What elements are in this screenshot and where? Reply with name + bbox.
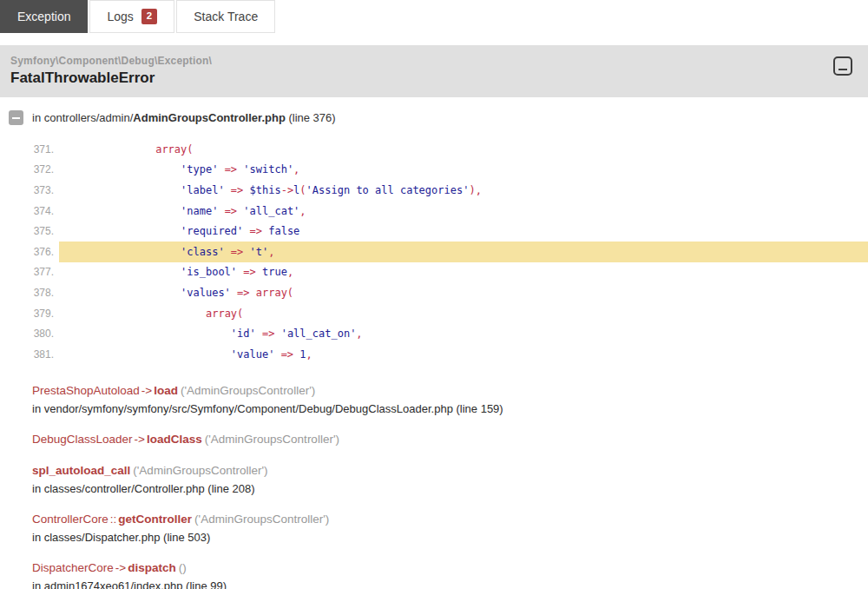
- code-indent: [68, 266, 181, 278]
- code-token: 'all_cat_on': [281, 328, 357, 340]
- code-token: l: [293, 184, 299, 196]
- code-token: 'value': [231, 348, 275, 361]
- frame-file-name: DebugClassLoader.php: [335, 402, 453, 415]
- code-text: 'required' => false: [59, 221, 868, 242]
- frame-class: PrestaShopAutoload: [32, 384, 140, 397]
- code-token: =>: [256, 328, 281, 340]
- code-token: 'all_cat': [243, 205, 299, 217]
- line-number: 374.: [9, 205, 54, 217]
- code-indent: [68, 246, 181, 258]
- frame-icon-column: [9, 463, 32, 496]
- frame-arguments: ('AdminGroupsController'): [181, 384, 315, 397]
- frame-path-prefix: in classes/controller/: [32, 482, 135, 495]
- code-token: =>: [243, 225, 268, 237]
- tab-exception[interactable]: Exception: [0, 0, 88, 33]
- trace-file-path: in controllers/admin/AdminGroupsControll…: [32, 111, 336, 124]
- code-line: 371. array(: [9, 139, 868, 160]
- tab-label: Logs: [107, 10, 133, 23]
- code-token: =>: [218, 163, 243, 175]
- line-number: 376.: [9, 246, 54, 258]
- tab-stack-trace[interactable]: Stack Trace: [176, 0, 275, 33]
- code-token: 'type': [181, 163, 218, 175]
- stack-frame: spl_autoload_call('AdminGroupsController…: [9, 463, 868, 496]
- frame-class: ControllerCore: [32, 513, 108, 526]
- code-token: 'is_bool': [181, 266, 237, 278]
- frame-operator: ->: [135, 433, 145, 446]
- code-indent: [68, 348, 231, 361]
- frame-operator: ->: [115, 561, 126, 574]
- exception-body: in controllers/admin/AdminGroupsControll…: [0, 97, 868, 589]
- code-token: false: [268, 225, 299, 237]
- frame-call[interactable]: DebugClassLoader->loadClass('AdminGroups…: [32, 432, 339, 447]
- code-token: =>: [231, 287, 256, 299]
- code-text: 'is_bool' => true,: [59, 262, 868, 283]
- frame-arguments: ('AdminGroupsController'): [133, 464, 267, 477]
- code-text: array(: [59, 303, 868, 324]
- frame-location: in vendor/symfony/symfony/src/Symfony/Co…: [32, 402, 503, 416]
- code-token: 't': [250, 246, 269, 258]
- frame-content: DispatcherCore->dispatch()in admin1674xe…: [32, 560, 227, 589]
- code-indent: [68, 225, 181, 237]
- frame-class: DebugClassLoader: [32, 433, 133, 446]
- code-line: 380. 'id' => 'all_cat_on',: [9, 323, 868, 344]
- trace-path-prefix: in controllers/admin/: [32, 111, 133, 124]
- tab-label: Exception: [17, 10, 70, 23]
- code-text: 'name' => 'all_cat',: [59, 201, 868, 222]
- code-token: 1: [299, 348, 306, 361]
- code-token: ,: [306, 348, 312, 361]
- code-token: =>: [218, 205, 243, 217]
- frame-arguments: (): [179, 561, 187, 574]
- frame-operator: ->: [141, 384, 152, 397]
- code-token: 'class': [181, 246, 225, 258]
- code-indent: [68, 143, 155, 156]
- frame-file-name: Dispatcher.php: [85, 531, 161, 544]
- frame-line-number: (line 208): [205, 482, 255, 495]
- trace-head: in controllers/admin/AdminGroupsControll…: [9, 110, 868, 125]
- frame-method: load: [154, 384, 178, 397]
- frame-line-number: (line 159): [453, 402, 503, 415]
- frame-operator: ::: [110, 513, 117, 526]
- code-text: 'type' => 'switch',: [59, 160, 868, 181]
- code-text: 'class' => 't',: [59, 242, 868, 262]
- trace-line-number: (line 376): [286, 111, 336, 124]
- code-indent: [68, 205, 181, 217]
- frame-class: DispatcherCore: [32, 561, 114, 574]
- code-token: true: [262, 266, 287, 278]
- code-token: $this: [250, 184, 281, 196]
- frame-path-prefix: in classes/: [32, 531, 85, 544]
- stack-frame: DebugClassLoader->loadClass('AdminGroups…: [9, 432, 868, 447]
- frame-icon-column: [9, 512, 32, 545]
- code-line: 373. 'label' => $this->l('Assign to all …: [9, 180, 868, 201]
- frame-location: in admin1674xeo61/index.php (line 99): [32, 579, 227, 589]
- code-token: 'label': [181, 184, 225, 196]
- code-text: 'id' => 'all_cat_on',: [59, 323, 868, 344]
- line-number: 375.: [9, 225, 54, 237]
- minus-square-outline-icon: [838, 69, 847, 70]
- stack-frame: ControllerCore::getController('AdminGrou…: [9, 512, 868, 545]
- frame-location: in classes/Dispatcher.php (line 503): [32, 531, 329, 545]
- frame-call[interactable]: ControllerCore::getController('AdminGrou…: [32, 512, 329, 527]
- code-token: 'name': [181, 205, 218, 217]
- tab-logs[interactable]: Logs2: [89, 0, 174, 33]
- code-line: 381. 'value' => 1,: [9, 344, 868, 365]
- frame-path-prefix: in admin1674xeo61/: [32, 579, 134, 589]
- code-text: 'label' => $this->l('Assign to all categ…: [59, 180, 868, 201]
- stack-frame: PrestaShopAutoload->load('AdminGroupsCon…: [9, 383, 868, 416]
- line-number: 379.: [9, 308, 54, 320]
- frame-call[interactable]: DispatcherCore->dispatch(): [32, 560, 227, 576]
- exception-namespace: Symfony\Component\Debug\Exception\: [10, 55, 856, 67]
- line-number: 380.: [9, 328, 54, 340]
- exception-panel: Symfony\Component\Debug\Exception\ Fatal…: [0, 45, 868, 589]
- frame-content: DebugClassLoader->loadClass('AdminGroups…: [32, 432, 339, 447]
- frame-call[interactable]: spl_autoload_call('AdminGroupsController…: [32, 463, 268, 479]
- frame-content: spl_autoload_call('AdminGroupsController…: [32, 463, 268, 496]
- frame-method: loadClass: [147, 433, 202, 446]
- code-token: array(: [155, 143, 193, 156]
- frame-method: dispatch: [128, 561, 176, 574]
- frame-file-name: index.php: [134, 579, 182, 589]
- frame-call[interactable]: PrestaShopAutoload->load('AdminGroupsCon…: [32, 383, 503, 399]
- collapse-exception-button[interactable]: [833, 56, 852, 76]
- collapse-trace-icon[interactable]: [9, 110, 23, 125]
- code-token: array(: [256, 287, 293, 299]
- frame-method: spl_autoload_call: [32, 464, 130, 477]
